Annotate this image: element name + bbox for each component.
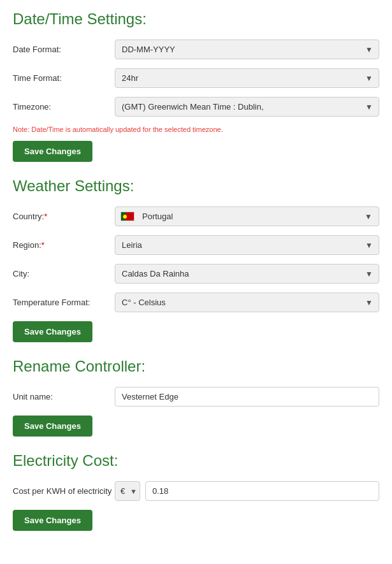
country-select[interactable]: Portugal Spain France Germany United Kin… [140, 207, 379, 226]
portugal-flag [120, 212, 134, 221]
time-format-row: Time Format: 24hr 12hr ▼ [13, 68, 379, 88]
country-row: Country:* Portugal Spain France Germany … [13, 206, 379, 226]
rename-title: Rename Controller: [13, 358, 379, 375]
temp-format-label: Temperature Format: [13, 298, 115, 307]
electricity-title: Electricity Cost: [13, 452, 379, 470]
rename-section: Rename Controller: Unit name: Save Chang… [13, 358, 379, 437]
city-label: City: [13, 269, 115, 278]
datetime-save-button[interactable]: Save Changes [13, 141, 92, 162]
region-wrapper: Leiria Lisboa Porto Faro ▼ [115, 235, 379, 255]
date-format-select[interactable]: DD-MM-YYYY MM-DD-YYYY YYYY-MM-DD [115, 40, 379, 59]
datetime-note: Note: Date/Time is automatically updated… [13, 126, 379, 133]
weather-title: Weather Settings: [13, 177, 379, 195]
region-label: Region:* [13, 240, 115, 250]
time-format-select[interactable]: 24hr 12hr [115, 68, 379, 88]
date-format-wrapper: DD-MM-YYYY MM-DD-YYYY YYYY-MM-DD ▼ [115, 40, 379, 59]
electricity-cost-label: Cost per KWH of electricity [13, 486, 115, 496]
date-format-row: Date Format: DD-MM-YYYY MM-DD-YYYY YYYY-… [13, 40, 379, 59]
date-format-label: Date Format: [13, 45, 115, 54]
electricity-section: Electricity Cost: Cost per KWH of electr… [13, 452, 379, 531]
city-select[interactable]: Caldas Da Rainha Leiria Marinha Grande [115, 264, 379, 284]
unit-name-row: Unit name: [13, 387, 379, 407]
rename-save-button[interactable]: Save Changes [13, 416, 92, 437]
flag-emblem [122, 214, 127, 219]
country-label: Country:* [13, 212, 115, 221]
temp-format-row: Temperature Format: C° - Celsius F° - Fa… [13, 293, 379, 312]
timezone-wrapper: (GMT) Greenwich Mean Time : Dublin, (GMT… [115, 97, 379, 117]
timezone-select[interactable]: (GMT) Greenwich Mean Time : Dublin, (GMT… [115, 97, 379, 117]
electricity-inputs: € $ £ ▼ [115, 481, 379, 501]
time-format-wrapper: 24hr 12hr ▼ [115, 68, 379, 88]
electricity-save-button[interactable]: Save Changes [13, 510, 92, 531]
region-required-marker: * [41, 240, 45, 250]
city-wrapper: Caldas Da Rainha Leiria Marinha Grande ▼ [115, 264, 379, 284]
country-wrapper: Portugal Spain France Germany United Kin… [115, 206, 379, 226]
country-select-inner: Portugal Spain France Germany United Kin… [115, 206, 379, 226]
timezone-label: Timezone: [13, 102, 115, 112]
time-format-label: Time Format: [13, 73, 115, 83]
datetime-section: Date/Time Settings: Date Format: DD-MM-Y… [13, 10, 379, 162]
unit-name-label: Unit name: [13, 392, 115, 401]
temp-format-select[interactable]: C° - Celsius F° - Fahrenheit [115, 293, 379, 312]
city-row: City: Caldas Da Rainha Leiria Marinha Gr… [13, 264, 379, 284]
region-select[interactable]: Leiria Lisboa Porto Faro [115, 235, 379, 255]
temp-format-wrapper: C° - Celsius F° - Fahrenheit ▼ [115, 293, 379, 312]
flag-red-band [126, 212, 134, 221]
country-required-marker: * [44, 212, 47, 221]
cost-input[interactable] [145, 481, 379, 501]
datetime-title: Date/Time Settings: [13, 10, 379, 28]
currency-wrapper: € $ £ ▼ [115, 481, 140, 501]
region-row: Region:* Leiria Lisboa Porto Faro ▼ [13, 235, 379, 255]
electricity-cost-row: Cost per KWH of electricity € $ £ ▼ [13, 481, 379, 501]
unit-name-input[interactable] [115, 387, 379, 407]
weather-section: Weather Settings: Country:* Portugal Spa… [13, 177, 379, 342]
weather-save-button[interactable]: Save Changes [13, 321, 92, 342]
currency-select[interactable]: € $ £ [115, 481, 140, 501]
timezone-row: Timezone: (GMT) Greenwich Mean Time : Du… [13, 97, 379, 117]
country-flag-icon [115, 208, 140, 225]
